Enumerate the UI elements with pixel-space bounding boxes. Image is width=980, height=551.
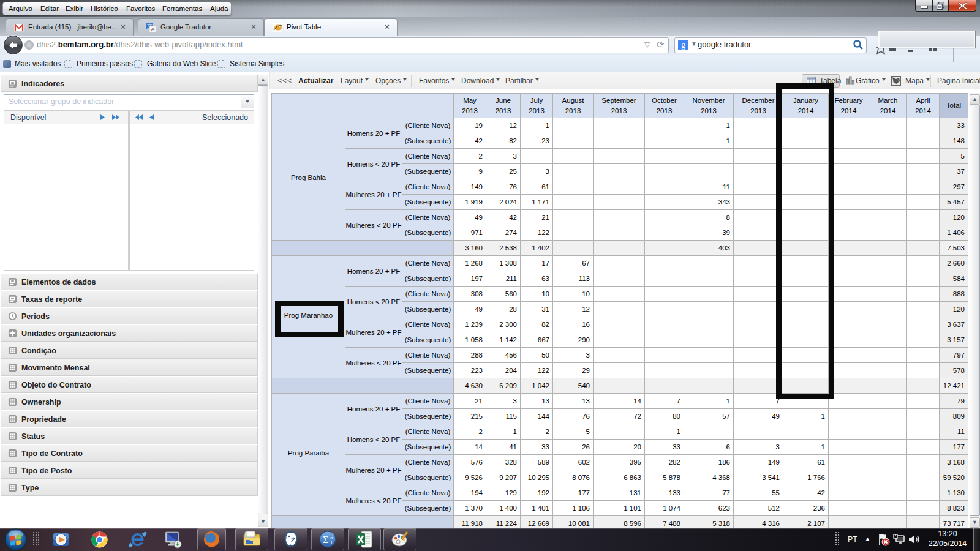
svg-text:A: A (151, 26, 155, 32)
svg-text:+: + (330, 539, 333, 545)
svg-text:Σ: Σ (323, 534, 328, 545)
